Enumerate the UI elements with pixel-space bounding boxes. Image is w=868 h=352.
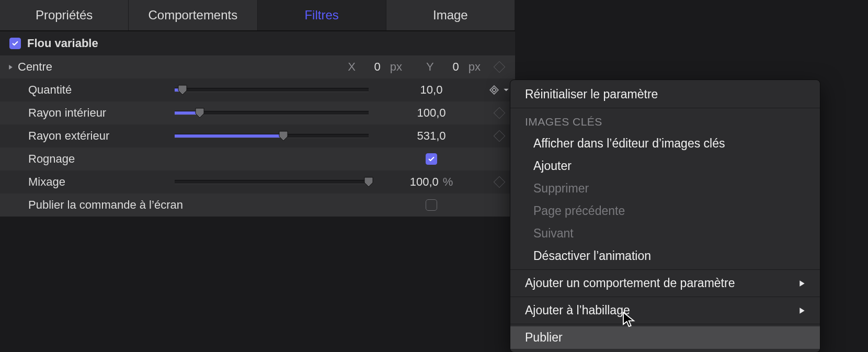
row-publish-osc: Publier la commande à l’écran [0, 194, 515, 217]
slider-thumb-icon[interactable] [177, 84, 188, 96]
menu-publish[interactable]: Publier [510, 326, 820, 349]
tab-behaviors[interactable]: Comportements [129, 0, 257, 30]
param-label-re: Rayon extérieur [28, 129, 175, 143]
row-rognage: Rognage [0, 147, 515, 171]
param-label-mixage: Mixage [28, 175, 175, 189]
value-re[interactable]: 531,0 [379, 129, 484, 143]
slider-thumb-icon[interactable] [195, 107, 205, 119]
menu-disable-animation[interactable]: Désactiver l’animation [510, 245, 820, 267]
value-mixage[interactable]: 100,0% [379, 175, 484, 189]
submenu-arrow-icon [799, 303, 805, 317]
slider-thumb-icon[interactable] [278, 130, 289, 142]
menu-show-in-keyframe-editor[interactable]: Afficher dans l’éditeur d’images clés [510, 132, 820, 155]
tab-image[interactable]: Image [386, 0, 515, 30]
filter-header: Flou variable [0, 31, 515, 55]
tab-filters[interactable]: Filtres [258, 0, 386, 30]
param-label-rognage: Rognage [28, 152, 175, 166]
slider-thumb-icon[interactable] [363, 176, 374, 188]
menu-section-keyframes: IMAGES CLÉS [510, 110, 820, 132]
menu-delete-keyframe: Supprimer [510, 177, 820, 200]
menu-next-keyframe: Suivant [510, 222, 820, 245]
slider-mixage[interactable] [175, 180, 369, 184]
inspector-panel: Propriétés Comportements Filtres Image F… [0, 0, 515, 217]
keyframe-wrapped-icon [489, 85, 499, 95]
menu-previous-keyframe: Page précédente [510, 200, 820, 222]
slider-quantite[interactable] [175, 88, 369, 92]
filter-title: Flou variable [27, 37, 98, 50]
param-label-publish: Publier la commande à l’écran [28, 198, 300, 212]
axis-y-label: Y [426, 60, 434, 74]
row-rayon-interieur: Rayon intérieur 100,0 [0, 101, 515, 124]
menu-separator [510, 297, 820, 297]
checkbox-publish[interactable] [426, 199, 437, 211]
row-rayon-exterieur: Rayon extérieur 531,0 [0, 124, 515, 147]
row-centre: Centre X 0 px Y 0 px [0, 55, 515, 78]
keyframe-centre[interactable] [484, 63, 515, 71]
diamond-icon [494, 130, 506, 142]
menu-add-keyframe[interactable]: Ajouter [510, 155, 820, 177]
row-quantite: Quantité 10,0 [0, 78, 515, 101]
param-label-quantite: Quantité [28, 83, 175, 97]
disclosure-triangle-icon[interactable] [6, 64, 15, 70]
checkbox-rognage[interactable] [426, 153, 437, 165]
centre-x-value[interactable]: 0 [363, 60, 381, 74]
menu-separator [510, 324, 820, 324]
param-label-ri: Rayon intérieur [28, 106, 175, 120]
param-label-centre: Centre [18, 60, 164, 74]
menu-reset-parameter[interactable]: Réinitialiser le paramètre [510, 83, 820, 106]
tabs: Propriétés Comportements Filtres Image [0, 0, 515, 31]
slider-re[interactable] [175, 134, 369, 138]
menu-add-to-rig[interactable]: Ajouter à l’habillage [510, 299, 820, 322]
checkbox-publish-wrap [379, 199, 484, 211]
param-rows: Centre X 0 px Y 0 px Quantité [0, 55, 515, 217]
centre-xy: X 0 px Y 0 px [164, 60, 481, 74]
value-ri[interactable]: 100,0 [379, 106, 484, 120]
centre-y-value[interactable]: 0 [441, 60, 459, 74]
axis-x-label: X [348, 60, 356, 74]
submenu-arrow-icon [799, 276, 805, 290]
menu-separator [510, 269, 820, 270]
animation-context-menu: Réinitialiser le paramètre IMAGES CLÉS A… [510, 80, 820, 352]
value-quantite[interactable]: 10,0 [379, 83, 484, 97]
menu-add-parameter-behavior[interactable]: Ajouter un comportement de paramètre [510, 272, 820, 294]
slider-fill [175, 134, 283, 138]
filter-enable-checkbox[interactable] [9, 38, 21, 49]
diamond-icon [494, 176, 506, 188]
diamond-icon [494, 107, 506, 119]
tab-properties[interactable]: Propriétés [0, 0, 129, 30]
chevron-down-icon[interactable] [502, 83, 510, 97]
centre-y-unit: px [469, 60, 481, 74]
menu-separator [510, 108, 820, 108]
slider-ri[interactable] [175, 111, 369, 115]
row-mixage: Mixage 100,0% [0, 171, 515, 194]
centre-x-unit: px [390, 60, 402, 74]
checkbox-rognage-wrap [379, 153, 484, 165]
diamond-icon [494, 61, 506, 73]
